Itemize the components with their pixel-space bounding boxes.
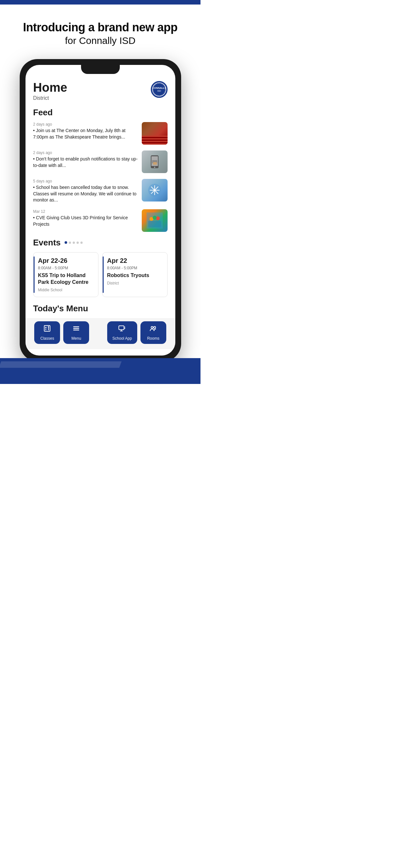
school-logo[interactable]: CONNALLY ISD <box>151 81 167 98</box>
phone-content: Home District CONNALLY ISD Feed <box>26 65 175 313</box>
feed-image-kids <box>142 209 167 232</box>
dot-inactive <box>81 242 83 244</box>
phone-wrapper: Home District CONNALLY ISD Feed <box>0 56 201 361</box>
header-section: Introducing a brand new app for Connally… <box>0 4 201 56</box>
svg-point-24 <box>48 326 49 328</box>
dot-inactive <box>69 242 71 244</box>
feed-text-group: 2 days ago • Don't forget to enable push… <box>33 151 138 168</box>
feed-item: 2 days ago • Join us at The Center on Mo… <box>33 122 167 145</box>
nav-label-classes: Classes <box>40 336 54 341</box>
svg-rect-8 <box>153 162 157 165</box>
nav-label-school-app: School App <box>112 336 132 341</box>
event-card-2[interactable]: Apr 22 8:00AM - 5:00PM Robotics Tryouts … <box>102 252 167 297</box>
bottom-banner <box>0 358 201 384</box>
feed-text-group: Mar 12 • CVE Giving Club Uses 3D Printin… <box>33 209 138 227</box>
svg-text:ISD: ISD <box>157 90 161 92</box>
events-cards: Apr 22-26 8:00AM - 5:00PM KS5 Trip to Ho… <box>33 252 167 297</box>
event-time: 8:00AM - 5:00PM <box>38 266 94 270</box>
event-name: Robotics Tryouts <box>107 272 163 279</box>
bottom-nav: Classes Menu <box>26 318 175 349</box>
top-status-bar <box>0 0 201 4</box>
feed-item: Mar 12 • CVE Giving Club Uses 3D Printin… <box>33 209 167 232</box>
home-title: Home <box>33 81 67 95</box>
event-date: Apr 22-26 <box>38 257 94 265</box>
svg-point-33 <box>151 327 153 329</box>
feed-body: Join us at The Center on Monday, July 8t… <box>33 128 126 140</box>
feed-item: 2 days ago • Don't forget to enable push… <box>33 151 167 173</box>
home-title-group: Home District <box>33 81 67 101</box>
nav-item-rooms[interactable]: Rooms <box>141 321 166 344</box>
feed-item: 5 days ago • School has been cancelled t… <box>33 179 167 204</box>
feed-section-title: Feed <box>33 107 167 118</box>
feed-image-snow <box>142 179 167 202</box>
nav-right-group: School App Rooms <box>107 321 166 344</box>
svg-point-0 <box>152 83 166 96</box>
feed-body: Don't forget to enable push notification… <box>33 156 138 168</box>
menu-icon <box>72 324 80 334</box>
feed-body: School has been cancelled today due to s… <box>33 185 136 203</box>
todays-menu-title: Today's Menu <box>33 304 167 314</box>
nav-left-group: Classes Menu <box>34 321 89 344</box>
feed-timestamp: Mar 12 <box>33 209 138 214</box>
dot-inactive <box>73 242 75 244</box>
feed-text: • CVE Giving Club Uses 3D Printing for S… <box>33 215 138 227</box>
nav-item-classes[interactable]: Classes <box>34 321 60 344</box>
svg-rect-19 <box>148 221 161 227</box>
svg-text:CONNALLY: CONNALLY <box>152 87 166 89</box>
feed-bullet: • <box>33 156 36 161</box>
school-app-icon <box>118 324 126 334</box>
phone-notch <box>81 65 120 74</box>
svg-point-14 <box>154 189 156 191</box>
event-time: 8:00AM - 5:00PM <box>107 266 163 270</box>
dot-inactive <box>76 242 79 244</box>
feed-bullet: • <box>33 185 36 190</box>
svg-point-23 <box>45 327 47 328</box>
event-location: Middle School <box>38 288 94 292</box>
svg-point-34 <box>154 327 156 329</box>
classes-icon <box>43 324 51 334</box>
nav-label-menu: Menu <box>71 336 81 341</box>
feed-image-phone <box>142 151 167 173</box>
header-title-line2: for Connally ISD <box>13 35 188 46</box>
feed-text: • School has been cancelled today due to… <box>33 184 138 204</box>
feed-bullet: • <box>33 128 36 133</box>
feed-bullet: • <box>33 215 36 220</box>
svg-rect-28 <box>119 326 124 330</box>
svg-point-17 <box>156 216 160 220</box>
feed-body: CVE Giving Club Uses 3D Printing for Ser… <box>33 215 128 227</box>
home-header: Home District CONNALLY ISD <box>33 81 167 101</box>
nav-item-school-app[interactable]: School App <box>107 321 137 344</box>
rooms-icon <box>150 324 157 334</box>
nav-label-rooms: Rooms <box>147 336 159 341</box>
events-dots <box>65 241 83 244</box>
feed-timestamp: 2 days ago <box>33 122 138 127</box>
feed-image-theater <box>142 122 167 145</box>
nav-item-menu[interactable]: Menu <box>63 321 89 344</box>
event-name: KS5 Trip to Holland Park Ecology Centre <box>38 272 94 286</box>
events-section-title: Events <box>33 238 61 248</box>
event-card-1[interactable]: Apr 22-26 8:00AM - 5:00PM KS5 Trip to Ho… <box>33 252 98 297</box>
header-title-line1: Introducing a brand new app <box>13 21 188 34</box>
phone-frame: Home District CONNALLY ISD Feed <box>20 59 181 361</box>
dot-active <box>65 241 67 244</box>
event-date: Apr 22 <box>107 257 163 265</box>
feed-timestamp: 5 days ago <box>33 179 138 183</box>
svg-rect-20 <box>44 326 50 331</box>
feed-text-group: 5 days ago • School has been cancelled t… <box>33 179 138 204</box>
home-subtitle: District <box>33 95 67 101</box>
events-header: Events <box>33 238 167 248</box>
event-location: District <box>107 281 163 285</box>
svg-point-6 <box>154 166 155 168</box>
feed-timestamp: 2 days ago <box>33 151 138 155</box>
svg-point-18 <box>153 216 157 220</box>
feed-text: • Don't forget to enable push notificati… <box>33 156 138 168</box>
phone-screen: Home District CONNALLY ISD Feed <box>26 65 175 355</box>
feed-text: • Join us at The Center on Monday, July … <box>33 128 138 140</box>
feed-text-group: 2 days ago • Join us at The Center on Mo… <box>33 122 138 140</box>
